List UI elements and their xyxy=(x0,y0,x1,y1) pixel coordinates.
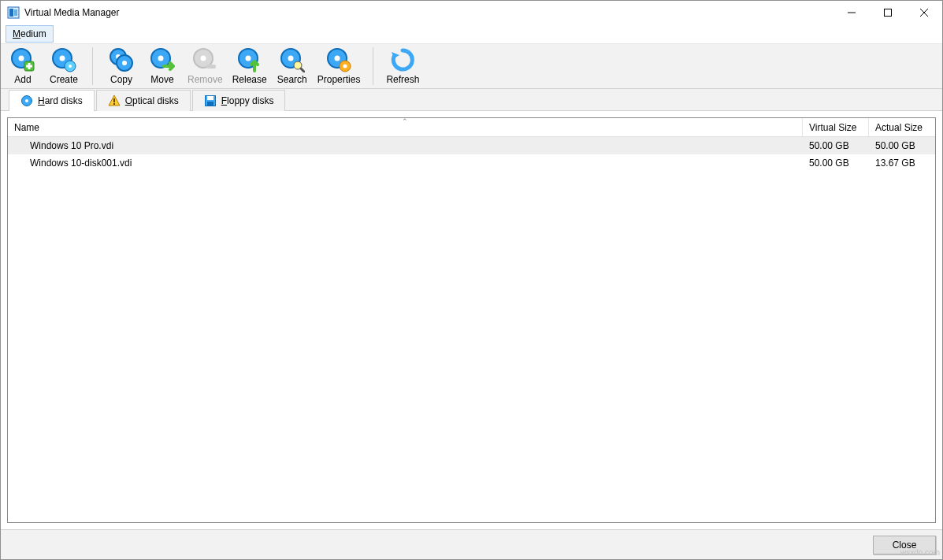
svg-rect-24 xyxy=(206,65,216,69)
svg-rect-11 xyxy=(26,65,32,68)
tab-floppy-disks[interactable]: Floppy disks xyxy=(192,90,286,111)
toolbar: Add Create Copy Move xyxy=(1,43,942,89)
title-bar: Virtual Media Manager xyxy=(1,1,942,24)
menu-medium[interactable]: Medium xyxy=(6,25,54,43)
cell-virtual-size: 50.00 GB xyxy=(803,140,869,151)
svg-rect-37 xyxy=(113,98,115,102)
svg-point-13 xyxy=(60,56,65,61)
svg-point-36 xyxy=(25,99,28,102)
table-row[interactable]: Windows 10 Pro.vdi50.00 GB50.00 GB xyxy=(8,137,935,154)
column-actual-size[interactable]: Actual Size xyxy=(869,118,935,136)
media-list[interactable]: ⌃ Name Virtual Size Actual Size Windows … xyxy=(7,117,936,523)
add-button[interactable]: Add xyxy=(7,47,39,85)
sort-indicator-icon: ⌃ xyxy=(402,117,408,125)
floppy-icon xyxy=(204,95,217,107)
cell-actual-size: 13.67 GB xyxy=(869,158,935,169)
release-button[interactable]: Release xyxy=(232,47,267,85)
app-icon xyxy=(7,6,20,19)
close-button[interactable]: Close xyxy=(873,536,936,554)
disk-properties-icon xyxy=(326,47,351,72)
svg-line-30 xyxy=(301,69,304,72)
list-body: Windows 10 Pro.vdi50.00 GB50.00 GBWindow… xyxy=(8,137,935,522)
svg-point-8 xyxy=(19,56,24,61)
cell-actual-size: 50.00 GB xyxy=(869,140,935,151)
toolbar-separator xyxy=(92,47,93,85)
content-area: ⌃ Name Virtual Size Actual Size Windows … xyxy=(1,111,942,529)
cell-virtual-size: 50.00 GB xyxy=(803,158,869,169)
svg-point-32 xyxy=(335,56,340,61)
hard-disk-icon xyxy=(20,95,33,107)
svg-rect-38 xyxy=(113,103,115,105)
move-button[interactable]: Move xyxy=(147,47,178,85)
svg-point-19 xyxy=(122,61,127,65)
disk-move-icon xyxy=(150,47,175,72)
svg-point-23 xyxy=(201,56,206,61)
minimize-button[interactable] xyxy=(833,1,870,24)
refresh-button[interactable]: Refresh xyxy=(386,47,419,85)
svg-point-26 xyxy=(245,56,251,61)
window-title: Virtual Media Manager xyxy=(24,7,833,18)
svg-point-34 xyxy=(343,65,347,69)
warning-icon xyxy=(108,95,121,107)
svg-rect-4 xyxy=(885,9,892,17)
table-row[interactable]: Windows 10-disk001.vdi50.00 GB13.67 GB xyxy=(8,154,935,172)
close-window-button[interactable] xyxy=(906,1,942,24)
svg-point-15 xyxy=(69,65,72,68)
disk-remove-icon xyxy=(192,47,217,72)
tab-hard-disks[interactable]: Hard disks xyxy=(9,90,95,111)
tab-label: Optical disks xyxy=(125,95,179,106)
disk-create-icon xyxy=(51,47,76,72)
svg-rect-40 xyxy=(207,96,213,100)
list-header: ⌃ Name Virtual Size Actual Size xyxy=(8,118,935,137)
remove-button: Remove xyxy=(187,47,223,85)
svg-point-28 xyxy=(288,56,293,61)
svg-point-21 xyxy=(158,56,164,61)
tab-label: Hard disks xyxy=(38,95,83,106)
svg-rect-2 xyxy=(14,9,17,16)
svg-rect-41 xyxy=(207,102,213,106)
refresh-icon xyxy=(390,47,415,72)
cell-name: Windows 10-disk001.vdi xyxy=(8,158,803,169)
column-virtual-size[interactable]: Virtual Size xyxy=(803,118,869,136)
bottom-bar: Close xyxy=(1,529,942,559)
tab-strip: Hard disks Optical disks Floppy disks xyxy=(1,89,942,111)
menu-bar: Medium xyxy=(1,24,942,43)
svg-rect-1 xyxy=(9,9,13,17)
disk-add-icon xyxy=(10,47,35,72)
properties-button[interactable]: Properties xyxy=(317,47,361,85)
disk-copy-icon xyxy=(109,47,134,72)
maximize-button[interactable] xyxy=(870,1,906,24)
tab-label: Floppy disks xyxy=(221,95,274,106)
disk-release-icon xyxy=(237,47,262,72)
copy-button[interactable]: Copy xyxy=(106,47,137,85)
toolbar-separator xyxy=(373,47,373,85)
disk-search-icon xyxy=(280,47,305,72)
column-name[interactable]: ⌃ Name xyxy=(8,118,803,136)
cell-name: Windows 10 Pro.vdi xyxy=(8,140,803,151)
create-button[interactable]: Create xyxy=(48,47,80,85)
search-button[interactable]: Search xyxy=(277,47,308,85)
tab-optical-disks[interactable]: Optical disks xyxy=(96,90,191,111)
